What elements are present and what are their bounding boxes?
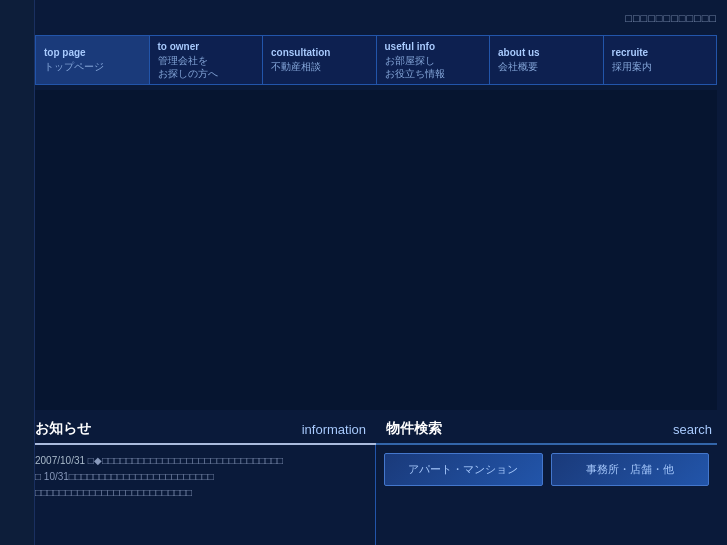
search-title-en: search [673, 422, 717, 437]
nav-item-owner[interactable]: to owner 管理会社をお探しの方へ [150, 36, 264, 84]
news-header: お知らせ information [35, 415, 376, 445]
nav-consultation-en: consultation [271, 47, 368, 58]
nav-recruite-ja: 採用案内 [612, 60, 709, 73]
nav-top-ja: トップページ [44, 60, 141, 73]
search-content: アパート・マンション 事務所・店舗・他 [376, 445, 717, 545]
nav-item-useful[interactable]: useful info お部屋探しお役立ち情報 [377, 36, 491, 84]
nav-useful-en: useful info [385, 41, 482, 52]
search-title-ja: 物件検索 [386, 420, 442, 438]
news-date: 2007/10/31 [35, 455, 85, 466]
nav-recruite-en: recruite [612, 47, 709, 58]
search-buttons-row: アパート・マンション 事務所・店舗・他 [384, 453, 709, 486]
top-right-label: □□□□□□□□□□□□ [625, 12, 717, 24]
nav-item-top[interactable]: top page トップページ [36, 36, 150, 84]
nav-useful-ja: お部屋探しお役立ち情報 [385, 54, 482, 80]
top-right-nav: □□□□□□□□□□□□ [625, 12, 717, 24]
nav-owner-en: to owner [158, 41, 255, 52]
nav-about-en: about us [498, 47, 595, 58]
navigation-bar: top page トップページ to owner 管理会社をお探しの方へ con… [35, 35, 717, 85]
content-area: 2007/10/31 □◆□□□□□□□□□□□□□□□□□□□□□□□□□□□… [35, 445, 717, 545]
nav-top-en: top page [44, 47, 141, 58]
bottom-section: お知らせ information 物件検索 search 2007/10/31 … [35, 415, 717, 545]
nav-item-consultation[interactable]: consultation 不動産相談 [263, 36, 377, 84]
search-header: 物件検索 search [376, 415, 717, 445]
nav-item-recruite[interactable]: recruite 採用案内 [604, 36, 717, 84]
office-search-button[interactable]: 事務所・店舗・他 [551, 453, 710, 486]
left-sidebar [0, 0, 35, 545]
apartment-search-button[interactable]: アパート・マンション [384, 453, 543, 486]
nav-item-about[interactable]: about us 会社概要 [490, 36, 604, 84]
main-content-area [35, 90, 717, 410]
news-entry: 2007/10/31 □◆□□□□□□□□□□□□□□□□□□□□□□□□□□□… [35, 453, 367, 501]
news-title-ja: お知らせ [35, 420, 91, 438]
nav-consultation-ja: 不動産相談 [271, 60, 368, 73]
nav-about-ja: 会社概要 [498, 60, 595, 73]
section-headers: お知らせ information 物件検索 search [35, 415, 717, 445]
nav-owner-ja: 管理会社をお探しの方へ [158, 54, 255, 80]
news-content: 2007/10/31 □◆□□□□□□□□□□□□□□□□□□□□□□□□□□□… [35, 445, 376, 545]
news-title-en: information [302, 422, 376, 437]
